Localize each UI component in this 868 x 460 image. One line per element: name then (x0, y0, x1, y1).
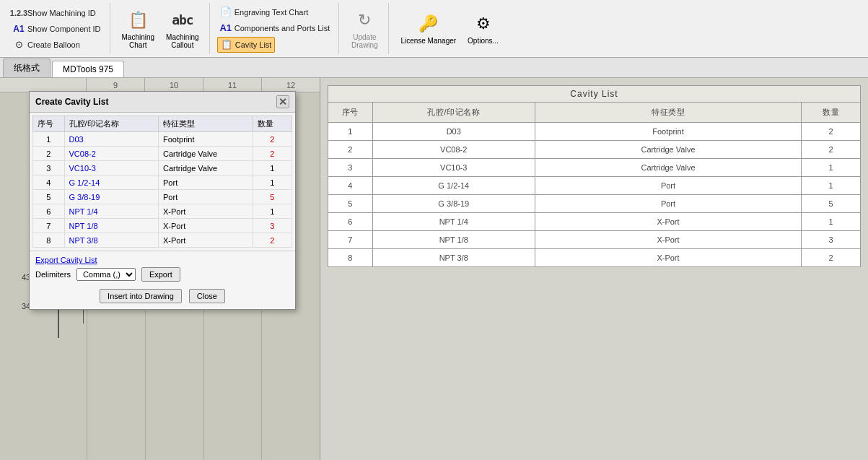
tab-zhige[interactable]: 纸格式 (3, 58, 51, 77)
dialog-cell-seq: 6 (33, 204, 65, 219)
dialog-cell-name: NPT 3/8 (64, 233, 159, 248)
options-button[interactable]: ⚙ Options... (463, 11, 503, 46)
machining-chart-button[interactable]: 📋 MachiningChart (118, 7, 159, 51)
insert-into-drawing-button[interactable]: Insert into Drawing (100, 289, 182, 303)
tab-mdtools[interactable]: MDTools 975 (52, 61, 124, 77)
cell-qty: 1 (802, 159, 861, 177)
dialog-cell-qty: 5 (253, 190, 291, 204)
dialog-cell-name: NPT 1/4 (64, 204, 159, 219)
close-button[interactable]: Close (189, 289, 225, 303)
dialog-cell-name: G 3/8-19 (64, 190, 159, 204)
tabbar: 纸格式 MDTools 975 (0, 58, 868, 78)
cell-type: Port (535, 177, 802, 195)
grid-label-9: 9 (87, 78, 145, 92)
components-ports-list-button[interactable]: A1 Components and Ports List (217, 21, 333, 35)
create-balloon-button[interactable]: ⊙ Create Balloon (10, 38, 83, 52)
dialog-titlebar: Create Cavity List ✕ (30, 92, 295, 113)
components-icon: A1 (220, 22, 232, 34)
col-name: 孔腔/印记名称 (372, 103, 535, 123)
dialog-table-row: 8NPT 3/8X-Port2 (33, 233, 292, 248)
grid-label-11: 11 (203, 78, 262, 92)
license-manager-button[interactable]: 🔑 License Manager (396, 11, 460, 46)
cavity-list-icon: 📋 (221, 39, 232, 51)
dialog-col-seq: 序号 (33, 116, 65, 132)
dialog-table-row: 3VC10-3Cartridge Valve1 (33, 161, 292, 175)
lists-group: 📄 Engraving Text Chart A1 Components and… (211, 3, 340, 54)
dialog-cell-qty: 2 (253, 233, 291, 248)
engraving-text-chart-label: Engraving Text Chart (234, 8, 309, 17)
machining-chart-label: MachiningChart (122, 33, 155, 49)
cavity-table-area: Cavity List 序号 孔腔/印记名称 特征类型 数量 1D03Footp… (320, 78, 868, 460)
machining-chart-icon: 📋 (126, 9, 149, 32)
dialog-cell-type: Cartridge Valve (159, 161, 253, 175)
table-row: 3VC10-3Cartridge Valve1 (328, 159, 861, 177)
lists-buttons: 📄 Engraving Text Chart A1 Components and… (217, 5, 333, 53)
machining-callout-button[interactable]: abc MachiningCallout (162, 7, 203, 51)
create-balloon-label: Create Balloon (27, 40, 80, 49)
dialog-cell-name: G 1/2-14 (64, 175, 159, 190)
dialog-table-row: 2VC08-2Cartridge Valve2 (33, 147, 292, 161)
cell-name: NPT 1/4 (372, 213, 535, 231)
cell-seq: 8 (328, 249, 373, 267)
col-qty: 数量 (802, 103, 861, 123)
dialog-cell-seq: 4 (33, 175, 65, 190)
table-header-row: 序号 孔腔/印记名称 特征类型 数量 (328, 103, 861, 123)
dialog-table-body: 1D03Footprint22VC08-2Cartridge Valve23VC… (33, 132, 292, 248)
cell-qty: 2 (802, 123, 861, 141)
machining-callout-icon: abc (171, 9, 194, 32)
dialog-table-row: 6NPT 1/4X-Port1 (33, 204, 292, 219)
table-row: 1D03Footprint2 (328, 123, 861, 141)
export-button[interactable]: Export (141, 267, 180, 282)
delimiter-select[interactable]: Comma (,) (76, 268, 136, 281)
dialog-col-name: 孔腔/印记名称 (64, 116, 159, 132)
dialog-cell-seq: 8 (33, 233, 65, 248)
export-section: Export Cavity List Delimiters Comma (,) … (30, 251, 295, 285)
grid-label-12: 12 (262, 78, 320, 92)
cell-name: G 1/2-14 (372, 177, 535, 195)
table-row: 4G 1/2-14Port1 (328, 177, 861, 195)
dialog-cell-qty: 1 (253, 204, 291, 219)
cell-name: VC10-3 (372, 159, 535, 177)
cavity-list-button[interactable]: 📋 Cavity List (217, 37, 276, 53)
cell-type: X-Port (535, 231, 802, 249)
components-ports-label: Components and Ports List (234, 24, 330, 32)
cell-name: G 3/8-19 (372, 195, 535, 213)
table-row: 8NPT 3/8X-Port2 (328, 249, 861, 267)
dialog-col-type: 特征类型 (159, 116, 253, 132)
dialog-close-button[interactable]: ✕ (276, 95, 289, 108)
delimiters-label: Delimiters (35, 270, 71, 279)
export-cavity-list-label[interactable]: Export Cavity List (35, 256, 289, 264)
dialog-cell-qty: 1 (253, 161, 291, 175)
dialog-title: Create Cavity List (35, 97, 108, 107)
dialog-cell-name: VC08-2 (64, 147, 159, 161)
cavity-table: Cavity List 序号 孔腔/印记名称 特征类型 数量 1D03Footp… (328, 85, 861, 267)
engraving-text-chart-button[interactable]: 📄 Engraving Text Chart (217, 5, 312, 19)
show-component-id-button[interactable]: A1 Show Component ID (10, 22, 104, 36)
update-drawing-button[interactable]: ↻ UpdateDrawing (346, 7, 382, 51)
cavity-table-body: 1D03Footprint22VC08-2Cartridge Valve23VC… (328, 123, 861, 267)
dialog-content: 序号 孔腔/印记名称 特征类型 数量 1D03Footprint22VC08-2… (30, 113, 295, 251)
dialog-col-qty: 数量 (253, 116, 291, 132)
grid-label-10: 10 (145, 78, 203, 92)
dialog-cell-qty: 2 (253, 147, 291, 161)
table-row: 6NPT 1/4X-Port1 (328, 213, 861, 231)
cavity-list-label: Cavity List (235, 40, 272, 49)
license-icon: 🔑 (417, 12, 440, 35)
cell-seq: 6 (328, 213, 373, 231)
dialog-cell-type: Port (159, 175, 253, 190)
machining-group: 📋 MachiningChart abc MachiningCallout (112, 3, 210, 54)
cell-qty: 5 (802, 195, 861, 213)
toolbar: 1.2.3 Show Machining ID A1 Show Componen… (0, 0, 868, 58)
dialog-cell-name: D03 (64, 132, 159, 147)
annotation-buttons: 1.2.3 Show Machining ID A1 Show Componen… (10, 6, 104, 52)
cell-qty: 2 (802, 141, 861, 159)
cell-seq: 4 (328, 177, 373, 195)
dialog-cell-seq: 2 (33, 147, 65, 161)
table-row: 2VC08-2Cartridge Valve2 (328, 141, 861, 159)
cell-seq: 3 (328, 159, 373, 177)
machining-callout-label: MachiningCallout (166, 33, 199, 49)
cell-qty: 1 (802, 177, 861, 195)
dialog-header-row: 序号 孔腔/印记名称 特征类型 数量 (33, 116, 292, 132)
show-machining-id-button[interactable]: 1.2.3 Show Machining ID (10, 6, 99, 20)
dialog-table: 序号 孔腔/印记名称 特征类型 数量 1D03Footprint22VC08-2… (32, 116, 292, 248)
